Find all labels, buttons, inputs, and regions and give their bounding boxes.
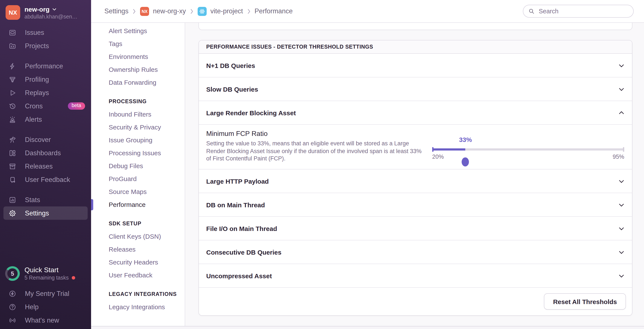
chevron-down-icon [618,178,625,184]
alert-dot [72,276,75,279]
sidebar-item-issues[interactable]: Issues [0,26,91,39]
slider-value-label: 33% [459,136,472,143]
sidebar-item-help[interactable]: Help [0,300,91,313]
row-large-http-payload[interactable]: Large HTTP Payload [199,169,632,193]
sidebar-item-performance[interactable]: Performance [0,59,91,73]
slider-max-label: 95% [613,154,624,160]
primary-sidebar: NX new-org abdullah.khan@sen… Issues Pro… [0,0,91,329]
subnav-item-proguard[interactable]: ProGuard [91,172,185,185]
sidebar-item-crons[interactable]: Crons beta [0,99,91,113]
chevron-right-icon [247,9,251,14]
projects-icon [8,42,16,50]
detector-threshold-panel: PERFORMANCE ISSUES - DETECTOR THRESHOLD … [198,40,632,316]
dashboards-icon [8,149,16,157]
subnav-item-issue-grouping[interactable]: Issue Grouping [91,134,185,147]
chevron-right-icon [132,9,136,14]
panel-title: PERFORMANCE ISSUES - DETECTOR THRESHOLD … [199,41,632,54]
row-file-io-on-main-thread[interactable]: File I/O on Main Thread [199,217,632,240]
breadcrumb-org[interactable]: new-org-xy [153,7,186,15]
quick-start-progress-ring: 5 [5,266,20,281]
chevron-down-icon [52,7,57,12]
main-content: PERFORMANCE ISSUES - DETECTOR THRESHOLD … [185,22,644,326]
panel-footer: Reset All Thresholds [199,288,632,315]
subnav-item-user-feedback[interactable]: User Feedback [91,269,185,282]
subnav-item-debug-files[interactable]: Debug Files [91,160,185,172]
subnav-item-client-keys[interactable]: Client Keys (DSN) [91,230,185,243]
breadcrumb-settings[interactable]: Settings [104,7,128,15]
org-badge: NX [140,7,149,16]
settings-subnav: Alert Settings Tags Environments Ownersh… [91,22,185,326]
sidebar-item-settings[interactable]: Settings [4,206,88,220]
subnav-item-source-maps[interactable]: Source Maps [91,185,185,198]
horizontal-scrollbar-track[interactable] [91,326,644,329]
sidebar-item-alerts[interactable]: Alerts [0,113,91,126]
previous-panel-bottom [198,22,632,30]
subnav-item-processing-issues[interactable]: Processing Issues [91,147,185,160]
subnav-section-sdk-setup: SDK SETUP [91,217,185,230]
sidebar-item-dashboards[interactable]: Dashboards [0,146,91,160]
breadcrumb: Settings NX new-org-xy vite-project Perf… [91,7,292,16]
trial-bolt-icon [8,290,16,297]
quick-start-subtitle: 5 Remaining tasks [24,275,69,281]
sidebar-item-projects[interactable]: Projects [0,39,91,53]
sidebar-item-user-feedback[interactable]: User Feedback [0,173,91,186]
search-box [523,5,634,18]
sidebar-item-profiling[interactable]: Profiling [0,73,91,86]
chevron-down-icon [618,62,625,69]
slider-track-fill [432,148,466,151]
row-consecutive-db-queries[interactable]: Consecutive DB Queries [199,240,632,264]
subnav-section-processing: PROCESSING [91,95,185,108]
primary-nav: Issues Projects Performance Profiling Re… [0,22,91,220]
reset-all-thresholds-button[interactable]: Reset All Thresholds [544,293,626,310]
clock-history-icon [8,102,16,110]
sidebar-item-releases[interactable]: Releases [0,160,91,173]
search-input[interactable] [538,7,628,15]
quick-start[interactable]: 5 Quick Start 5 Remaining tasks [0,266,91,287]
beta-badge: beta [68,103,85,110]
row-db-on-main-thread[interactable]: DB on Main Thread [199,193,632,217]
subnav-item-legacy-integrations[interactable]: Legacy Integrations [91,301,185,313]
search-icon [528,8,534,14]
row-n-plus-one-db-queries[interactable]: N+1 DB Queries [199,54,632,77]
minimum-fcp-ratio-label: Minimum FCP Ratio [206,130,424,138]
archive-icon [8,162,16,170]
chevron-down-icon [618,225,625,232]
subnav-item-environments[interactable]: Environments [91,50,185,63]
subnav-item-ownership-rules[interactable]: Ownership Rules [91,63,185,76]
quick-start-count: 5 [5,266,20,281]
row-large-render-blocking-asset[interactable]: Large Render Blocking Asset [199,101,632,125]
sidebar-item-my-sentry-trial[interactable]: My Sentry Trial [0,287,91,300]
row-uncompressed-asset[interactable]: Uncompressed Asset [199,264,632,288]
top-header: Settings NX new-org-xy vite-project Perf… [91,0,644,23]
siren-icon [8,116,16,123]
chevron-right-icon [190,9,194,14]
row-slow-db-queries[interactable]: Slow DB Queries [199,77,632,101]
org-switcher[interactable]: NX new-org abdullah.khan@sen… [0,0,91,22]
subnav-item-alert-settings[interactable]: Alert Settings [91,25,185,38]
subnav-item-releases[interactable]: Releases [91,243,185,256]
breadcrumb-performance: Performance [254,7,292,15]
sidebar-item-stats[interactable]: Stats [0,193,91,206]
breadcrumb-project[interactable]: vite-project [210,7,243,15]
org-avatar: NX [6,5,20,20]
play-icon [8,89,16,97]
sentry-settings-page: NX new-org abdullah.khan@sen… Issues Pro… [0,0,644,329]
subnav-item-performance[interactable]: Performance [91,198,185,211]
subnav-item-data-forwarding[interactable]: Data Forwarding [91,76,185,89]
sidebar-item-replays[interactable]: Replays [0,86,91,99]
subnav-item-security-headers[interactable]: Security Headers [91,256,185,269]
subnav-item-inbound-filters[interactable]: Inbound Filters [91,108,185,121]
sidebar-item-discover[interactable]: Discover [0,133,91,146]
slider-track[interactable] [432,148,624,151]
sidebar-item-whats-new[interactable]: What's new [0,313,91,327]
minimum-fcp-ratio-description: Setting the value to 33%, means that an … [206,140,424,162]
subnav-item-security-privacy[interactable]: Security & Privacy [91,121,185,134]
fcp-ratio-slider[interactable]: 33% 20% 95% [432,136,624,160]
gear-icon [8,209,16,217]
issues-icon [8,29,16,36]
chevron-up-icon [618,109,625,116]
profiling-icon [8,76,16,83]
help-icon [8,303,16,311]
subnav-item-tags[interactable]: Tags [91,38,185,50]
subnav-section-legacy: LEGACY INTEGRATIONS [91,288,185,301]
